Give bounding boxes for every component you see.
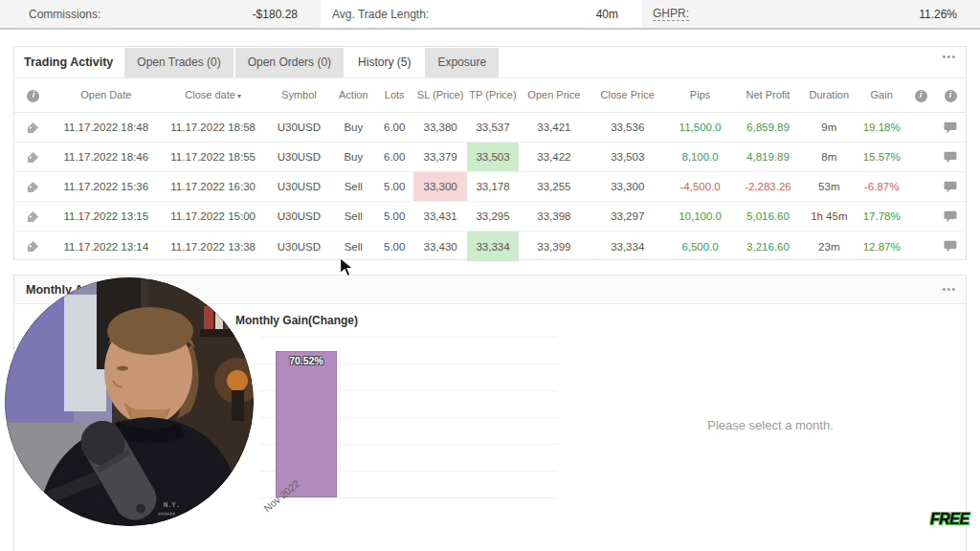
cell-sl: 33,430 xyxy=(413,231,467,261)
table-row[interactable]: 11.17.2022 15:36 11.17.2022 16:30 U30USD… xyxy=(14,172,966,202)
cell-open-date: 11.17.2022 13:15 xyxy=(53,202,160,231)
col-open-date[interactable]: Open Date xyxy=(53,89,160,102)
cell-spacer xyxy=(906,143,935,171)
cell-pips: 8,100.0 xyxy=(666,143,735,171)
comment-icon[interactable] xyxy=(935,113,966,142)
svg-text:N.Y.: N.Y. xyxy=(164,501,180,509)
col-symbol[interactable]: Symbol xyxy=(266,89,331,102)
info-icon[interactable]: i xyxy=(14,88,53,101)
cell-duration: 8m xyxy=(801,143,857,171)
panel-title: Trading Activity xyxy=(24,55,113,69)
table-body: 11.17.2022 18:48 11.17.2022 18:58 U30USD… xyxy=(14,113,966,261)
table-header: i Open Date Close date▾ Symbol Action Lo… xyxy=(14,78,966,113)
cell-close-price: 33,503 xyxy=(590,143,666,171)
ellipsis-menu-icon[interactable]: ••• xyxy=(942,51,956,62)
cell-pips: 10,100.0 xyxy=(666,202,735,231)
cell-lots: 5.00 xyxy=(375,231,413,261)
comment-icon[interactable] xyxy=(935,143,966,171)
bar-nov-2022[interactable]: 70.52% xyxy=(276,351,337,497)
cell-lots: 6.00 xyxy=(375,143,413,171)
stat-value: 11.26% xyxy=(919,8,957,21)
cell-open-date: 11.17.2022 18:46 xyxy=(53,143,160,171)
cell-sl: 33,431 xyxy=(413,202,467,231)
table-row[interactable]: 11.17.2022 18:48 11.17.2022 18:58 U30USD… xyxy=(14,113,966,143)
cell-spacer xyxy=(906,172,935,201)
free-watermark: FREE xyxy=(930,511,969,528)
cell-symbol: U30USD xyxy=(266,202,331,231)
cell-tp: 33,503 xyxy=(467,143,519,171)
table-row[interactable]: 11.17.2022 18:46 11.17.2022 18:55 U30USD… xyxy=(14,143,966,172)
tag-icon xyxy=(14,143,53,171)
stat-value: 40m xyxy=(596,8,618,21)
comment-icon[interactable] xyxy=(935,172,966,201)
col-tp-price[interactable]: TP (Price) xyxy=(467,89,519,102)
cell-sl: 33,380 xyxy=(413,113,467,142)
tab-open-trades[interactable]: Open Trades (0) xyxy=(124,48,233,77)
col-open-price[interactable]: Open Price xyxy=(519,89,590,102)
col-close-date[interactable]: Close date▾ xyxy=(160,89,267,102)
cell-action: Sell xyxy=(331,172,375,201)
stats-bar: Commissions: -$180.28 Avg. Trade Length:… xyxy=(0,0,980,30)
cell-gain: 15.57% xyxy=(857,143,906,171)
cell-open-date: 11.17.2022 13:14 xyxy=(53,231,160,261)
cell-close-date: 11.17.2022 15:00 xyxy=(160,202,267,231)
stat-ghpr: GHPR: 11.26% xyxy=(641,0,980,28)
col-gain[interactable]: Gain xyxy=(857,89,906,102)
col-duration[interactable]: Duration xyxy=(801,89,857,102)
cell-action: Buy xyxy=(331,113,375,142)
comment-icon[interactable] xyxy=(935,202,966,231)
cell-pips: 6,500.0 xyxy=(666,231,735,261)
cell-close-date: 11.17.2022 13:38 xyxy=(160,231,267,261)
cell-close-price: 33,334 xyxy=(590,231,666,261)
cell-close-price: 33,297 xyxy=(590,202,666,231)
cell-tp: 33,178 xyxy=(467,172,519,201)
cell-duration: 1h 45m xyxy=(801,202,857,231)
cell-open-price: 33,399 xyxy=(519,231,590,261)
col-pips[interactable]: Pips xyxy=(666,89,735,102)
sort-desc-icon: ▾ xyxy=(237,92,241,100)
cell-net-profit: 3,216.60 xyxy=(735,231,802,261)
cell-lots: 5.00 xyxy=(375,202,413,231)
col-action[interactable]: Action xyxy=(331,89,375,102)
tag-icon xyxy=(14,231,53,261)
col-sl-price[interactable]: SL (Price) xyxy=(413,89,467,102)
cell-open-date: 11.17.2022 18:48 xyxy=(53,113,160,142)
tag-icon xyxy=(14,202,53,231)
cell-sl: 33,300 xyxy=(413,172,467,201)
cell-sl: 33,379 xyxy=(413,143,467,171)
col-lots[interactable]: Lots xyxy=(375,89,413,102)
monthly-gain-chart: 70.52% Nov 2022 xyxy=(259,331,558,498)
trading-activity-panel: Trading Activity Open Trades (0) Open Or… xyxy=(13,46,967,260)
trading-tabbar: Trading Activity Open Trades (0) Open Or… xyxy=(14,47,966,78)
cell-close-date: 11.17.2022 16:30 xyxy=(160,172,267,201)
cell-close-date: 11.17.2022 18:55 xyxy=(160,143,267,171)
webcam-person-illustration: N.Y. ###### xyxy=(5,277,254,526)
cell-open-price: 33,398 xyxy=(519,202,590,231)
cell-net-profit: 4,819.89 xyxy=(735,143,802,171)
comment-icon[interactable] xyxy=(935,231,966,261)
ellipsis-menu-icon[interactable]: ••• xyxy=(942,283,956,295)
info-icon[interactable]: i xyxy=(935,88,966,101)
cell-lots: 5.00 xyxy=(375,172,413,201)
cell-action: Sell xyxy=(331,202,375,231)
tab-open-orders[interactable]: Open Orders (0) xyxy=(235,48,344,77)
stat-label-ghpr-tooltip[interactable]: GHPR: xyxy=(653,7,689,21)
stat-avg-trade-length: Avg. Trade Length: 40m xyxy=(321,0,641,28)
table-row[interactable]: 11.17.2022 13:15 11.17.2022 15:00 U30USD… xyxy=(14,202,966,231)
tag-icon xyxy=(14,113,53,142)
cell-gain: -6.87% xyxy=(857,172,906,201)
cell-tp: 33,334 xyxy=(467,231,519,261)
tab-history[interactable]: History (5) xyxy=(345,48,423,77)
cell-tp: 33,537 xyxy=(467,113,519,142)
cell-open-price: 33,421 xyxy=(519,113,590,142)
col-net-profit[interactable]: Net Profit xyxy=(735,89,802,102)
cell-gain: 19.18% xyxy=(857,113,906,142)
table-row[interactable]: 11.17.2022 13:14 11.17.2022 13:38 U30USD… xyxy=(14,231,966,261)
info-icon[interactable]: i xyxy=(906,88,935,101)
cell-symbol: U30USD xyxy=(266,231,331,261)
cell-close-price: 33,300 xyxy=(590,172,666,201)
col-close-price[interactable]: Close Price xyxy=(590,89,666,102)
stat-value: -$180.28 xyxy=(253,8,298,21)
tab-exposure[interactable]: Exposure xyxy=(425,48,499,77)
cell-gain: 12.87% xyxy=(857,231,906,261)
